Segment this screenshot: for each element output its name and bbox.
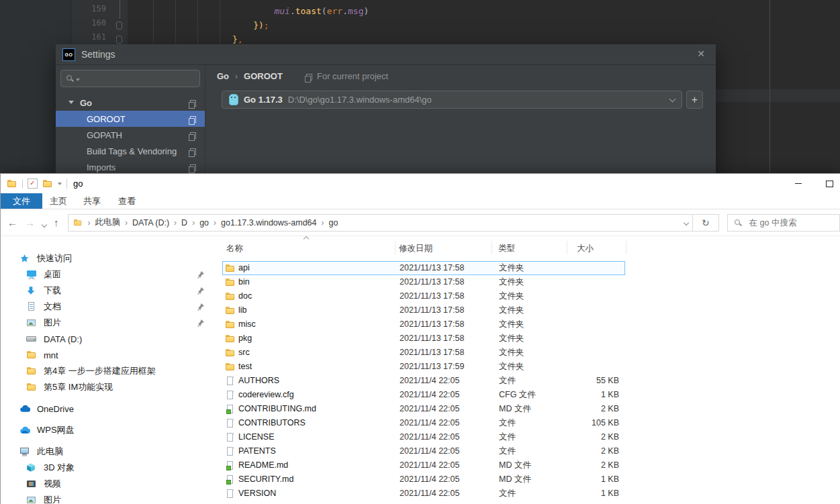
pin-icon[interactable] [197, 287, 205, 295]
search-options-chevron-icon[interactable] [76, 79, 80, 81]
pin-icon[interactable] [197, 319, 205, 327]
pin-icon[interactable] [197, 303, 205, 311]
tab-file[interactable]: 文件 [1, 193, 42, 209]
file-row-bin[interactable]: bin2021/11/13 17:58文件夹 [222, 275, 625, 289]
sidebar-item-onedrive[interactable]: OneDrive [1, 401, 214, 417]
tree-item-build-tags-vendoring[interactable]: Build Tags & Vendoring [56, 143, 205, 159]
tab-view[interactable]: 查看 [109, 193, 144, 209]
minimize-button[interactable] [783, 174, 814, 193]
add-sdk-button[interactable]: + [686, 91, 703, 109]
maximize-button[interactable] [814, 174, 840, 193]
file-row-misc[interactable]: misc2021/11/13 17:58文件夹 [222, 317, 625, 332]
column-header-date-modified[interactable]: 修改日期 [399, 241, 432, 256]
sidebar-item-wps[interactable]: WPS网盘 [1, 422, 214, 438]
recent-locations-chevron-icon[interactable] [42, 222, 47, 228]
sidebar-item-pc[interactable]: 此电脑 [1, 444, 214, 460]
file-row-doc[interactable]: doc2021/11/13 17:58文件夹 [222, 289, 625, 303]
column-header-size[interactable]: 大小 [577, 241, 594, 256]
copy-settings-icon[interactable] [190, 100, 196, 107]
copy-settings-icon[interactable] [190, 116, 196, 123]
column-header-type[interactable]: 类型 [498, 241, 515, 256]
breadcrumb-item[interactable]: GOROOT [244, 71, 283, 81]
breadcrumb-item[interactable]: 此电脑 [95, 217, 121, 228]
copy-settings-icon[interactable] [190, 164, 196, 171]
breadcrumb-item[interactable]: go1.17.3.windows-amd64 [221, 218, 316, 228]
file-date-modified: 2021/11/4 22:05 [400, 389, 459, 401]
breadcrumb-item[interactable]: go [199, 218, 209, 228]
goroot-select[interactable]: Go 1.17.3 D:\D\go\go1.17.3.windows-amd64… [222, 91, 682, 109]
tree-item-goroot[interactable]: GOROOT [56, 111, 205, 127]
editor-code[interactable]: mui.toast(err.msg)});}, [128, 4, 369, 46]
file-row-pkg[interactable]: pkg2021/11/13 17:58文件夹 [222, 332, 625, 346]
file-row-codereview-cfg[interactable]: codereview.cfg2021/11/4 22:05CFG 文件1 KB [222, 388, 625, 402]
tree-item-imports[interactable]: Imports [56, 159, 205, 173]
file-row-patents[interactable]: PATENTS2021/11/4 22:05文件2 KB [222, 444, 625, 458]
address-history-chevron-icon[interactable] [684, 219, 689, 225]
settings-search-input[interactable] [82, 73, 179, 84]
explorer-search-input[interactable] [748, 217, 825, 228]
explorer-titlebar[interactable]: ✓ go [1, 174, 840, 193]
settings-dialog-titlebar[interactable]: GO Settings ✕ [56, 44, 716, 65]
file-row-lib[interactable]: lib2021/11/13 17:58文件夹 [222, 303, 625, 317]
tree-item-gopath[interactable]: GOPATH [56, 127, 205, 143]
new-folder-icon[interactable] [42, 179, 53, 189]
file-name: codereview.cfg [238, 389, 294, 401]
fold-marker-icon[interactable] [116, 36, 122, 44]
file-row-authors[interactable]: AUTHORS2021/11/4 22:05文件55 KB [222, 374, 625, 388]
file-row-test[interactable]: test2021/11/13 17:59文件夹 [222, 360, 625, 374]
sidebar-item-drive[interactable]: DATA (D:) [1, 331, 214, 347]
breadcrumb-item[interactable]: D [181, 218, 187, 228]
copy-settings-icon[interactable] [190, 132, 196, 139]
column-separator[interactable] [395, 241, 395, 254]
file-row-contributing-md[interactable]: CONTRIBUTING.md2021/11/4 22:05MD 文件2 KB [222, 402, 625, 416]
code-line[interactable]: }); [128, 18, 369, 32]
breadcrumb-item[interactable]: go [328, 218, 338, 228]
folder-icon [26, 350, 37, 360]
back-button[interactable]: ← [7, 217, 17, 228]
file-row-contributors[interactable]: CONTRIBUTORS2021/11/4 22:05文件105 KB [222, 416, 625, 430]
file-row-readme-md[interactable]: README.md2021/11/4 22:05MD 文件2 KB [222, 458, 625, 472]
fold-marker-icon[interactable] [116, 21, 122, 30]
sidebar-item-folder[interactable]: 第5章 IM功能实现 [1, 379, 214, 395]
settings-search-field[interactable] [60, 70, 200, 87]
address-bar[interactable]: ›此电脑›DATA (D:)›D›go›go1.17.3.windows-amd… [68, 214, 693, 232]
sidebar-item-picture[interactable]: 图片 [1, 492, 214, 504]
column-header-name[interactable]: 名称 [226, 241, 243, 256]
quick-access-toolbar-chevron-icon[interactable] [58, 183, 62, 185]
maximize-icon [826, 181, 833, 187]
column-separator[interactable] [626, 241, 626, 254]
sidebar-item-quick-access[interactable]: 快速访问 [1, 250, 214, 266]
file-row-src[interactable]: src2021/11/13 17:58文件夹 [222, 346, 625, 360]
sidebar-item-download[interactable]: 下载 [1, 283, 214, 299]
file-row-version[interactable]: VERSION2021/11/4 22:05文件1 KB [222, 487, 625, 501]
file-row-license[interactable]: LICENSE2021/11/4 22:05文件2 KB [222, 430, 625, 444]
column-separator[interactable] [492, 241, 492, 254]
pin-icon[interactable] [197, 270, 205, 279]
breadcrumb-item[interactable]: Go [217, 71, 229, 81]
sidebar-item-cube[interactable]: 3D 对象 [1, 460, 214, 476]
breadcrumb-item[interactable]: DATA (D:) [132, 218, 169, 228]
folder-icon [225, 263, 236, 274]
up-button[interactable]: ↑ [54, 217, 59, 228]
sidebar-item-video[interactable]: 视频 [1, 476, 214, 492]
sidebar-item-document[interactable]: 文档 [1, 299, 214, 315]
chevron-down-icon[interactable] [669, 95, 676, 102]
tree-item-go[interactable]: Go [56, 95, 205, 111]
sidebar-item-picture[interactable]: 图片 [1, 315, 214, 331]
refresh-button[interactable]: ↻ [692, 214, 719, 232]
file-row-api[interactable]: api2021/11/13 17:58文件夹 [222, 261, 625, 275]
tab-home[interactable]: 主页 [42, 193, 75, 209]
code-line[interactable]: mui.toast(err.msg) [128, 4, 369, 18]
column-separator[interactable] [567, 241, 567, 254]
file-row-security-md[interactable]: SECURITY.md2021/11/4 22:05MD 文件1 KB [222, 472, 625, 487]
forward-button[interactable]: → [25, 217, 35, 228]
explorer-search-box[interactable] [727, 214, 840, 232]
copy-settings-icon[interactable] [190, 148, 196, 155]
expanded-triangle-icon[interactable] [68, 101, 74, 104]
sidebar-item-mnt[interactable]: mnt [1, 347, 214, 363]
properties-check-icon[interactable]: ✓ [28, 179, 38, 189]
sidebar-item-desktop[interactable]: 桌面 [1, 266, 214, 283]
tab-share[interactable]: 共享 [75, 193, 109, 209]
close-icon[interactable]: ✕ [697, 49, 705, 58]
sidebar-item-folder[interactable]: 第4章 一步一步搭建应用框架 [1, 363, 214, 379]
